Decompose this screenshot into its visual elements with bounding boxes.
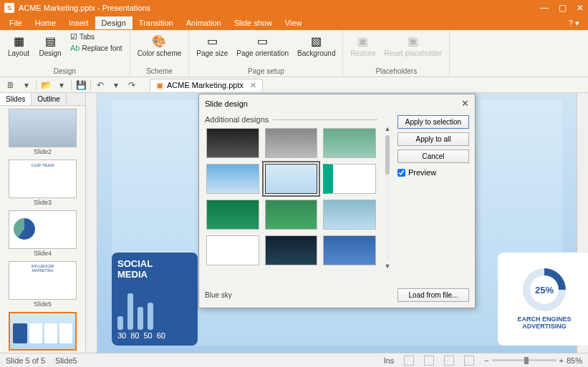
close-button[interactable]: ✕ <box>577 3 584 13</box>
title-bar: S ACME Marketing.pptx - Presentations — … <box>0 0 588 16</box>
view-normal-icon[interactable] <box>404 356 414 366</box>
zoom-in-icon[interactable]: + <box>559 356 564 365</box>
design-item[interactable] <box>323 200 376 230</box>
status-pages: Slide 5 of 5 <box>6 356 45 365</box>
menu-animation[interactable]: Animation <box>180 16 228 29</box>
status-ins: Ins <box>383 356 394 365</box>
donut-value: 25% <box>530 275 559 304</box>
tab-close-icon[interactable]: ✕ <box>250 81 256 90</box>
dialog-close-icon[interactable]: ✕ <box>461 98 469 109</box>
design-item[interactable] <box>206 235 259 265</box>
slide-design-dialog: Slide design ✕ Additional designs ▲ <box>198 94 476 308</box>
restore-button[interactable]: ▣Restore <box>347 31 378 59</box>
dropdown-icon[interactable]: ▾ <box>110 79 122 92</box>
design-item[interactable] <box>323 235 376 265</box>
document-tab-label: ACME Marketing.pptx <box>167 81 244 89</box>
design-button[interactable]: ▤Design <box>36 31 64 59</box>
group-design-label: Design <box>54 67 76 77</box>
menu-insert[interactable]: Insert <box>62 16 95 29</box>
tabs-checkbox[interactable]: ☑Tabs <box>67 31 125 42</box>
thumbnail-selected[interactable] <box>3 312 82 351</box>
undo-icon[interactable]: ↶ <box>94 79 107 92</box>
design-item-selected[interactable] <box>265 164 318 194</box>
document-tab[interactable]: ▣ ACME Marketing.pptx ✕ <box>150 79 263 92</box>
design-item[interactable] <box>206 128 259 158</box>
replace-font-button[interactable]: AbReplace font <box>67 43 125 53</box>
maximize-button[interactable]: ▢ <box>559 3 567 13</box>
selected-design-name: Blue sky <box>205 291 392 299</box>
save-icon[interactable]: 💾 <box>74 79 87 92</box>
menu-file[interactable]: File <box>3 16 29 29</box>
thumbnail[interactable]: Slide2 <box>3 109 82 155</box>
group-scheme-label: Scheme <box>146 67 173 77</box>
window-title: ACME Marketing.pptx - Presentations <box>19 4 540 12</box>
design-item[interactable] <box>323 128 376 158</box>
open-icon[interactable]: 📂 <box>39 79 52 92</box>
search-engine-chart: 25% EARCH ENGINES ADVERTISING <box>498 253 588 346</box>
thumbnail[interactable]: INFLUENCERMARKETINGSlide5 <box>3 261 82 308</box>
cancel-button[interactable]: Cancel <box>397 150 469 163</box>
status-slide: Slide5 <box>55 356 77 365</box>
tab-slides[interactable]: Slides <box>0 93 32 105</box>
design-item[interactable] <box>265 200 318 230</box>
slide-panel: Slides Outline Slide2 OUR TEAMSlide3 Sli… <box>0 93 86 353</box>
scroll-up-icon[interactable]: ▲ <box>385 125 391 132</box>
group-placeholders-label: Placeholders <box>375 67 417 77</box>
apply-selection-button[interactable]: Apply to selection <box>397 115 469 129</box>
menu-home[interactable]: Home <box>29 16 62 29</box>
dialog-title: Slide design <box>205 99 248 108</box>
design-scrollbar[interactable]: ▲ ▼ <box>383 115 392 280</box>
design-item[interactable] <box>265 128 318 158</box>
scroll-down-icon[interactable]: ▼ <box>385 263 391 270</box>
new-icon[interactable]: 🗎 <box>4 79 17 92</box>
menu-slideshow[interactable]: Slide show <box>228 16 279 29</box>
quick-access-toolbar: 🗎▾ 📂▾ 💾 ↶▾ ↷ ▣ ACME Marketing.pptx ✕ <box>0 77 588 93</box>
design-item[interactable] <box>323 164 376 194</box>
social-media-chart: SOCIAL MEDIA 30805060 <box>112 253 198 346</box>
help-button[interactable]: ? ▾ <box>564 16 584 30</box>
thumbnail[interactable]: Slide4 <box>3 210 82 257</box>
group-pagesetup-label: Page setup <box>248 67 284 77</box>
additional-designs-label: Additional designs <box>205 115 269 124</box>
view-sorter-icon[interactable] <box>424 356 434 366</box>
redo-icon[interactable]: ↷ <box>125 79 138 92</box>
layout-button[interactable]: ▦Layout <box>4 31 33 59</box>
design-grid <box>205 124 377 280</box>
view-show-icon[interactable] <box>464 356 474 366</box>
social-title: SOCIAL MEDIA <box>117 258 192 280</box>
page-orientation-button[interactable]: ▭Page orientation <box>233 31 291 59</box>
menu-view[interactable]: View <box>279 16 309 29</box>
view-outline-icon[interactable] <box>444 356 454 366</box>
app-icon: S <box>4 3 14 13</box>
vertical-ruler <box>86 93 97 353</box>
presentation-icon: ▣ <box>156 81 163 90</box>
sengine-label: EARCH ENGINES ADVERTISING <box>517 315 571 330</box>
load-from-file-button[interactable]: Load from file... <box>397 288 469 302</box>
zoom-slider[interactable] <box>492 359 556 361</box>
zoom-value: 85% <box>567 356 582 365</box>
thumbnail[interactable]: OUR TEAMSlide3 <box>3 160 82 206</box>
menu-bar: File Home Insert Design Transition Anima… <box>0 16 588 30</box>
dropdown-icon[interactable]: ▾ <box>20 79 33 92</box>
dropdown-icon[interactable]: ▾ <box>55 79 68 92</box>
minimize-button[interactable]: — <box>540 3 549 13</box>
ribbon: ▦Layout ▤Design ☑Tabs AbReplace font Des… <box>0 30 588 77</box>
apply-all-button[interactable]: Apply to all <box>397 132 469 146</box>
menu-design[interactable]: Design <box>95 16 132 29</box>
zoom-out-icon[interactable]: − <box>484 356 488 365</box>
background-button[interactable]: ▧Background <box>294 31 338 59</box>
design-item[interactable] <box>265 235 318 265</box>
design-item[interactable] <box>206 200 259 230</box>
reset-placeholder-button[interactable]: ▣Reset placeholder <box>381 31 445 59</box>
color-scheme-button[interactable]: 🎨Color scheme <box>135 31 185 59</box>
page-size-button[interactable]: ▭Page size <box>193 31 231 59</box>
preview-checkbox[interactable]: Preview <box>397 168 469 177</box>
design-item[interactable] <box>206 164 259 194</box>
status-bar: Slide 5 of 5 Slide5 Ins − + 85% <box>0 353 588 367</box>
menu-transition[interactable]: Transition <box>132 16 180 29</box>
thumbnail-list[interactable]: Slide2 OUR TEAMSlide3 Slide4 INFLUENCERM… <box>0 106 85 353</box>
tab-outline[interactable]: Outline <box>32 93 67 105</box>
